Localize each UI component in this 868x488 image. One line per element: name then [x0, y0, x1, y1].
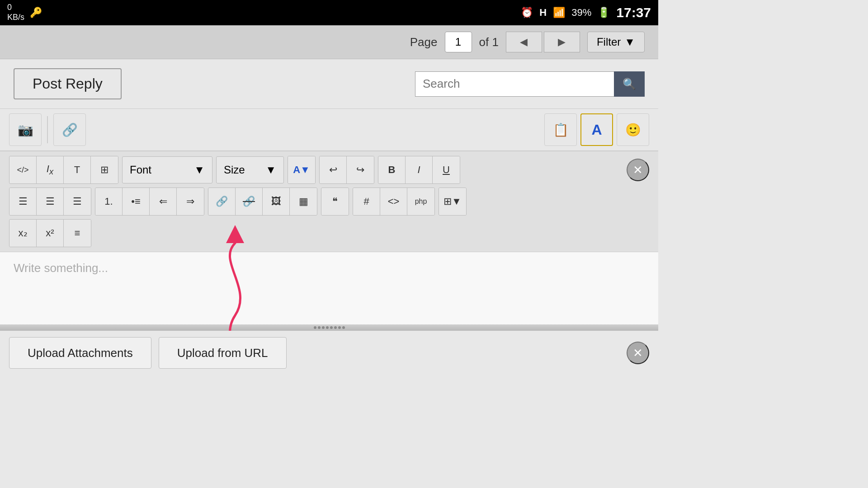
filter-button[interactable]: Filter ▼	[587, 32, 645, 52]
subscript-button[interactable]: x₂	[9, 220, 37, 247]
align-center-icon: ☰	[46, 196, 55, 207]
upload-url-button[interactable]: Upload from URL	[159, 337, 287, 369]
undo-button[interactable]: ↩	[320, 156, 347, 183]
code-inline-button[interactable]: <>	[380, 188, 407, 215]
quote-button[interactable]: ❝	[321, 188, 349, 215]
page-number-input[interactable]	[445, 32, 472, 52]
insert-link-button[interactable]: 🔗	[208, 188, 236, 215]
upload-attachments-button[interactable]: Upload Attachments	[9, 337, 151, 369]
size-select[interactable]: Size ▼	[216, 156, 284, 183]
unlink-button[interactable]: 🔗	[236, 188, 263, 215]
unordered-list-button[interactable]: •≡	[123, 188, 150, 215]
strikethrough-icon: ≡	[75, 227, 80, 239]
align-right-button[interactable]: ☰	[64, 188, 91, 215]
kb-value: 0	[7, 3, 24, 13]
header-row: Post Reply 🔍	[0, 59, 658, 109]
font-select-label: Font	[130, 164, 151, 176]
unlink-icon: 🔗	[243, 196, 255, 207]
text-t-button[interactable]: T	[64, 156, 91, 183]
resize-dot	[338, 326, 341, 329]
clipboard-icon: 📋	[553, 122, 569, 137]
emoji-icon: 🙂	[625, 122, 641, 137]
image-grid-icon: ⊞	[100, 164, 108, 176]
resize-dot	[342, 326, 345, 329]
font-color-button[interactable]: A	[580, 113, 613, 146]
font-color-icon: A	[591, 122, 602, 138]
status-right: ⏰ H 📶 39% 🔋 17:37	[521, 5, 651, 20]
close-icon: ✕	[633, 163, 643, 177]
hash-icon: #	[363, 196, 369, 207]
undo-icon: ↩	[329, 164, 337, 176]
redo-button[interactable]: ↪	[347, 156, 374, 183]
php-button[interactable]: php	[407, 188, 434, 215]
h-icon: H	[539, 7, 547, 19]
align-left-button[interactable]: ☰	[9, 188, 37, 215]
color-group: A▼	[288, 156, 316, 184]
search-icon: 🔍	[623, 78, 636, 90]
table-group: ⊞▼	[439, 188, 467, 216]
hash-button[interactable]: #	[353, 188, 380, 215]
bold-button[interactable]: B	[378, 156, 406, 183]
format-group: </> Ix T ⊞	[9, 156, 118, 184]
italic-button[interactable]: I	[406, 156, 433, 183]
subscript-icon: x₂	[19, 227, 28, 239]
search-button[interactable]: 🔍	[614, 71, 645, 97]
align-left-icon: ☰	[19, 196, 28, 207]
page-next-button[interactable]: ▶	[544, 32, 580, 52]
resize-dot	[334, 326, 337, 329]
code-icon: </>	[17, 165, 28, 175]
underline-button[interactable]: U	[433, 156, 460, 183]
upload-close-button[interactable]: ✕	[627, 342, 649, 364]
insert-video-icon: ▦	[299, 196, 308, 207]
battery-pct: 39%	[571, 7, 591, 19]
post-reply-button[interactable]: Post Reply	[14, 68, 122, 99]
php-icon: php	[415, 197, 427, 206]
ul-icon: •≡	[131, 196, 141, 207]
script-group: x₂ x² ≡	[9, 219, 91, 247]
camera-button[interactable]: 📷	[9, 113, 42, 146]
code-button[interactable]: </>	[9, 156, 37, 183]
insert-image-icon: 🖼	[271, 196, 281, 207]
ordered-list-button[interactable]: 1.	[95, 188, 123, 215]
signal-icon: 📶	[553, 7, 565, 19]
indent-in-button[interactable]: ⇒	[177, 188, 204, 215]
content-wrapper: Post Reply 🔍 📷 🔗 📋 A	[0, 59, 658, 374]
toolbar-icons-left: 📷 🔗	[9, 113, 86, 146]
upload-row: Upload Attachments Upload from URL ✕	[0, 331, 658, 374]
toolbar-icons-row: 📷 🔗 📋 A 🙂	[0, 109, 658, 151]
post-reply-label: Post Reply	[33, 75, 103, 92]
insert-link-icon: 🔗	[216, 196, 228, 207]
page-total: of 1	[479, 35, 499, 49]
align-center-button[interactable]: ☰	[37, 188, 64, 215]
italic-x-icon: Ix	[47, 163, 53, 177]
font-color-toolbar-icon: A▼	[293, 164, 310, 176]
table-button[interactable]: ⊞▼	[439, 188, 466, 215]
emoji-button[interactable]: 🙂	[617, 113, 649, 146]
font-select[interactable]: Font ▼	[122, 156, 212, 183]
insert-image-button[interactable]: 🖼	[263, 188, 290, 215]
page-prev-button[interactable]: ◀	[506, 32, 542, 52]
image-grid-button[interactable]: ⊞	[91, 156, 118, 183]
resize-dots	[314, 326, 345, 329]
kb-unit: KB/s	[7, 13, 24, 23]
bold-icon: B	[388, 164, 396, 176]
editor-area[interactable]: Write something... .arrow-path { fill: n…	[0, 252, 658, 324]
editor-placeholder: Write something...	[14, 261, 645, 275]
link-button[interactable]: 🔗	[53, 113, 86, 146]
editor-toolbar: </> Ix T ⊞ Font ▼ Size ▼	[0, 151, 658, 252]
toolbar-close-button[interactable]: ✕	[627, 159, 649, 181]
indent-out-button[interactable]: ⇐	[150, 188, 177, 215]
insert-video-button[interactable]: ▦	[290, 188, 317, 215]
font-color-toolbar-button[interactable]: A▼	[288, 156, 315, 183]
toolbar-row-3: x₂ x² ≡	[9, 219, 649, 247]
toolbar-row-1: </> Ix T ⊞ Font ▼ Size ▼	[9, 156, 649, 184]
editor-resize-handle[interactable]	[0, 324, 658, 331]
superscript-button[interactable]: x²	[37, 220, 64, 247]
resize-dot	[330, 326, 333, 329]
search-input[interactable]	[415, 71, 614, 97]
clipboard-button[interactable]: 📋	[544, 113, 577, 146]
italic-x-button[interactable]: Ix	[37, 156, 64, 183]
strikethrough-button[interactable]: ≡	[64, 220, 91, 247]
misc-group: # <> php	[353, 188, 435, 216]
status-bar: 0 KB/s 🔑 ⏰ H 📶 39% 🔋 17:37	[0, 0, 658, 25]
